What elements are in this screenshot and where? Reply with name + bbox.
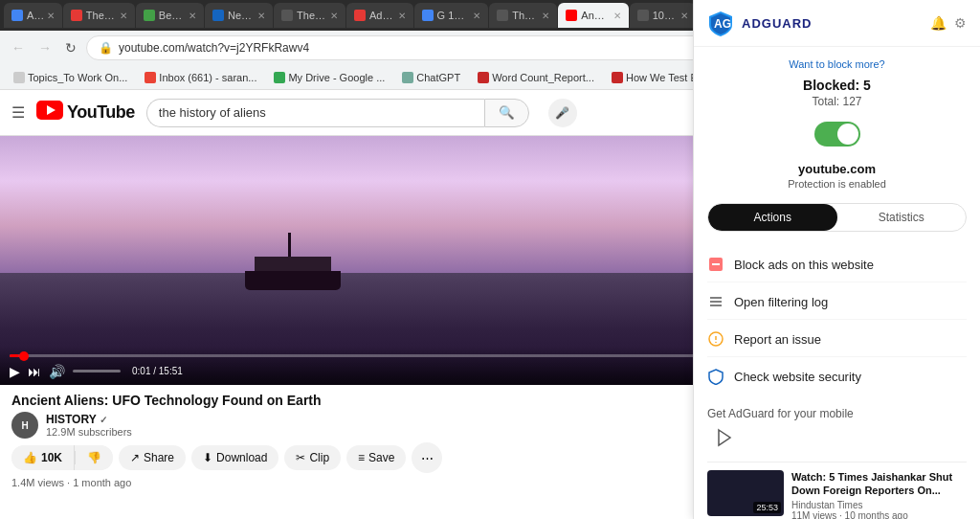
tab-label-7: Than... (512, 10, 538, 21)
tab-favicon-1 (71, 10, 82, 21)
bookmark-4[interactable]: Word Count_Report... (472, 70, 600, 85)
report-issue-label: Report an issue (734, 332, 821, 347)
svg-marker-11 (719, 430, 730, 445)
tab-2[interactable]: Best ... ✕ (136, 3, 204, 28)
ship-body (245, 271, 341, 290)
tab-favicon-5 (354, 10, 366, 21)
tab-favicon-4 (281, 10, 293, 21)
site-name: youtube.com (707, 162, 967, 176)
adguard-actions-list: Block ads on this website Open filtering… (707, 247, 967, 394)
adguard-settings-icon[interactable]: ⚙ (954, 15, 967, 31)
action-report-issue[interactable]: Report an issue (707, 322, 967, 357)
tab-label-3: New ... (228, 10, 254, 21)
tab-4[interactable]: The S... ✕ (274, 3, 345, 28)
tab-close-0[interactable]: ✕ (47, 11, 55, 21)
bookmark-3[interactable]: ChatGPT (396, 70, 466, 85)
search-bar: 🔍 (146, 99, 529, 127)
back-button[interactable]: ← (8, 38, 29, 57)
protection-toggle[interactable]: ✓ (814, 122, 860, 147)
tab-close-6[interactable]: ✕ (473, 11, 480, 21)
tab-7[interactable]: Than... ✕ (489, 3, 557, 28)
save-icon: ≡ (358, 451, 365, 464)
bookmark-2[interactable]: My Drive - Google ... (268, 70, 390, 85)
filter-log-label: Open filtering log (734, 295, 828, 309)
action-filter-log[interactable]: Open filtering log (707, 284, 967, 320)
adguard-tabs: Actions Statistics (707, 203, 967, 232)
search-button[interactable]: 🔍 (484, 99, 529, 127)
action-security[interactable]: Check website security (707, 359, 967, 394)
adguard-logo: AG (707, 10, 734, 36)
tab-favicon-6 (422, 10, 434, 21)
tab-1[interactable]: The E... ✕ (63, 3, 135, 28)
mobile-store-icons (707, 428, 967, 452)
tab-6[interactable]: G 1blo... ✕ (414, 3, 489, 28)
forward-button[interactable]: → (34, 38, 56, 57)
tab-close-1[interactable]: ✕ (120, 11, 127, 21)
reload-button[interactable]: ↻ (61, 38, 80, 57)
like-button[interactable]: 👍 10K (11, 445, 75, 470)
download-button[interactable]: ⬇ Download (191, 445, 278, 470)
adguard-popup: AG ADGUARD 🔔 ⚙ Want to block more? Block… (693, 0, 980, 519)
get-mobile-label: Get AdGuard for your mobile (707, 407, 967, 420)
adguard-header-icons: 🔔 ⚙ (930, 15, 967, 31)
tab-close-8[interactable]: ✕ (613, 11, 621, 21)
thumb-views-0: 11M views · 10 months ago (791, 510, 967, 519)
hamburger-menu[interactable]: ☰ (11, 103, 25, 122)
filter-log-icon (707, 293, 724, 310)
youtube-logo-icon (36, 101, 63, 124)
bookmark-favicon-1 (145, 72, 156, 83)
recommended-item-0[interactable]: 25:53 Watch: 5 Times Jaishankar Shut Dow… (707, 470, 967, 519)
tab-favicon-8 (566, 10, 577, 21)
bookmark-favicon-0 (13, 72, 25, 83)
bookmark-0[interactable]: Topics_To Work On... (8, 70, 133, 85)
skip-button[interactable]: ⏭ (28, 364, 41, 379)
tab-statistics[interactable]: Statistics (837, 204, 967, 231)
bookmark-favicon-2 (274, 72, 285, 83)
toggle-row: ✓ (707, 122, 967, 147)
bookmark-favicon-3 (402, 72, 413, 83)
main-content: ☰ YouTube 🔍 🎤 📡 🔔 S (0, 90, 980, 519)
volume-button[interactable]: 🔊 (49, 364, 65, 379)
tab-favicon-3 (212, 10, 224, 21)
tab-close-5[interactable]: ✕ (398, 11, 406, 21)
search-input[interactable] (146, 99, 484, 127)
play-button[interactable]: ▶ (10, 364, 20, 379)
youtube-logo[interactable]: YouTube (36, 101, 135, 124)
security-check-icon (707, 368, 724, 385)
ship-top (255, 257, 331, 271)
channel-avatar[interactable]: H (11, 412, 38, 439)
tab-0[interactable]: Ad... ✕ (4, 3, 62, 28)
tab-9[interactable]: 10 B... ✕ (630, 3, 696, 28)
tab-close-7[interactable]: ✕ (542, 11, 549, 21)
google-play-icon[interactable] (715, 428, 734, 452)
tab-actions[interactable]: Actions (708, 204, 837, 231)
ship-silhouette (245, 233, 341, 290)
tab-close-2[interactable]: ✕ (189, 11, 196, 21)
adguard-bell-icon[interactable]: 🔔 (930, 15, 947, 31)
want-to-block-more[interactable]: Want to block more? (707, 58, 967, 70)
tab-favicon-9 (637, 10, 649, 21)
download-icon: ⬇ (203, 451, 212, 464)
share-button[interactable]: ↗ Share (119, 445, 186, 470)
tab-close-3[interactable]: ✕ (257, 11, 265, 21)
thumb-channel-0: Hindustan Times (791, 500, 967, 510)
mic-button[interactable]: 🎤 (548, 99, 577, 127)
dislike-button[interactable]: 👎 (76, 445, 113, 470)
more-actions-button[interactable]: ⋯ (412, 442, 442, 473)
tab-5[interactable]: AdBl... ✕ (346, 3, 413, 28)
adguard-title: ADGUARD (742, 16, 812, 31)
tab-label-5: AdBl... (369, 10, 394, 21)
progress-dot[interactable] (19, 351, 29, 361)
tab-8[interactable]: Ancie... ✕ (558, 3, 628, 28)
volume-bar[interactable] (73, 370, 121, 372)
tab-3[interactable]: New ... ✕ (205, 3, 273, 28)
security-label: Check website security (734, 370, 861, 384)
total-count: Total: 127 (707, 95, 967, 108)
bookmark-1[interactable]: Inbox (661) - saran... (139, 70, 262, 85)
clip-button[interactable]: ✂ Clip (284, 445, 341, 470)
thumb-info-0: Watch: 5 Times Jaishankar Shut Down Fore… (791, 470, 967, 519)
tab-close-9[interactable]: ✕ (680, 11, 688, 21)
action-block-ads[interactable]: Block ads on this website (707, 247, 967, 282)
tab-close-4[interactable]: ✕ (330, 11, 338, 21)
save-button[interactable]: ≡ Save (346, 445, 406, 470)
